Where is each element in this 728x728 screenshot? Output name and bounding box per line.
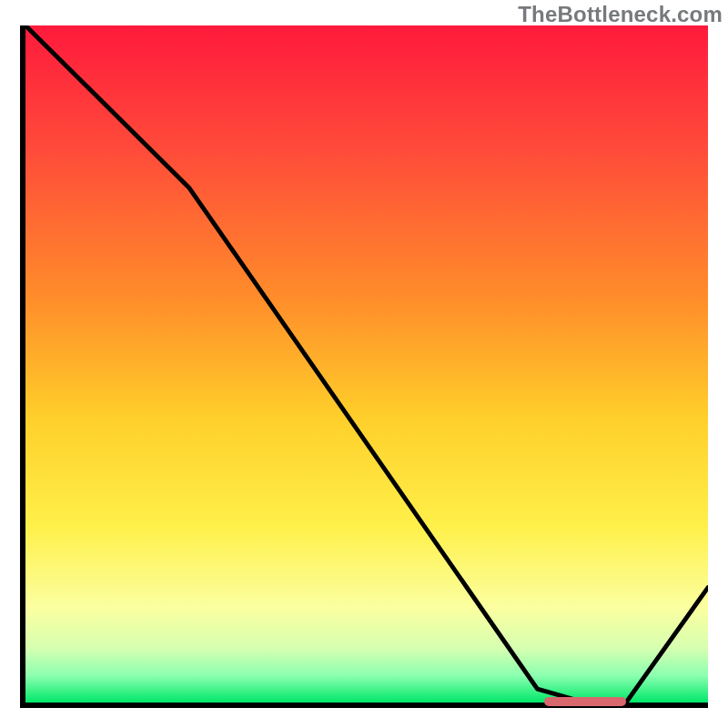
bottleneck-curve bbox=[25, 25, 708, 703]
plot-frame bbox=[20, 25, 708, 708]
chart-stage: TheBottleneck.com bbox=[0, 0, 728, 728]
optimal-zone-marker bbox=[544, 697, 626, 706]
watermark-text: TheBottleneck.com bbox=[518, 2, 723, 27]
